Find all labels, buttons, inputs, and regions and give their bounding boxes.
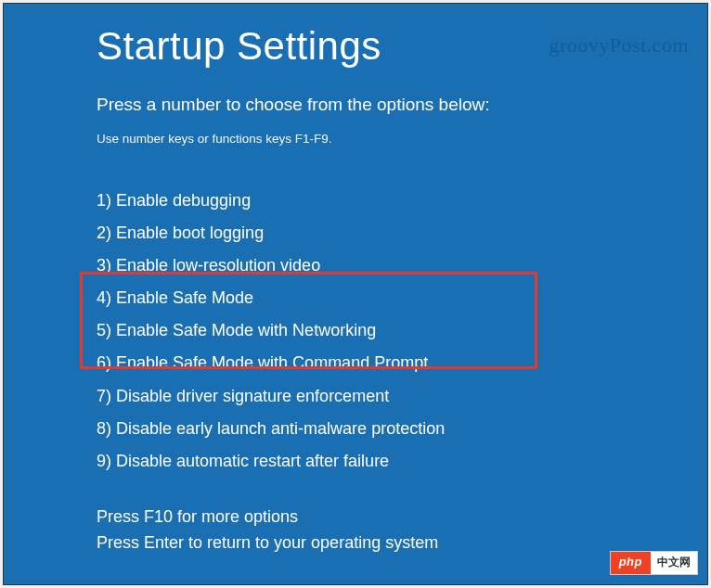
instruction-subtitle: Press a number to choose from the option… xyxy=(97,95,707,115)
option-enable-safe-mode-command-prompt[interactable]: 6) Enable Safe Mode with Command Prompt xyxy=(97,347,707,379)
key-hint: Use number keys or functions keys F1-F9. xyxy=(97,132,707,146)
option-enable-safe-mode-networking[interactable]: 5) Enable Safe Mode with Networking xyxy=(97,314,707,347)
option-disable-auto-restart[interactable]: 9) Disable automatic restart after failu… xyxy=(97,445,707,478)
footer-instructions: Press F10 for more options Press Enter t… xyxy=(97,505,438,556)
watermark-php-right: 中文网 xyxy=(651,552,697,574)
option-enable-debugging[interactable]: 1) Enable debugging xyxy=(97,185,707,217)
watermark-php: php 中文网 xyxy=(610,551,698,575)
option-enable-low-resolution-video[interactable]: 3) Enable low-resolution video xyxy=(97,249,707,282)
footer-more-options: Press F10 for more options xyxy=(97,505,438,530)
option-enable-boot-logging[interactable]: 2) Enable boot logging xyxy=(97,217,707,249)
option-disable-driver-signature[interactable]: 7) Disable driver signature enforcement xyxy=(97,380,707,413)
option-disable-anti-malware[interactable]: 8) Disable early launch anti-malware pro… xyxy=(97,413,707,445)
watermark-php-left: php xyxy=(611,552,651,574)
watermark-groovypost: groovyPost.com xyxy=(549,33,689,58)
option-enable-safe-mode[interactable]: 4) Enable Safe Mode xyxy=(97,282,707,314)
boot-options-list: 1) Enable debugging 2) Enable boot loggi… xyxy=(97,185,707,478)
footer-return: Press Enter to return to your operating … xyxy=(97,530,438,556)
startup-settings-screen: Startup Settings Press a number to choos… xyxy=(3,3,708,585)
